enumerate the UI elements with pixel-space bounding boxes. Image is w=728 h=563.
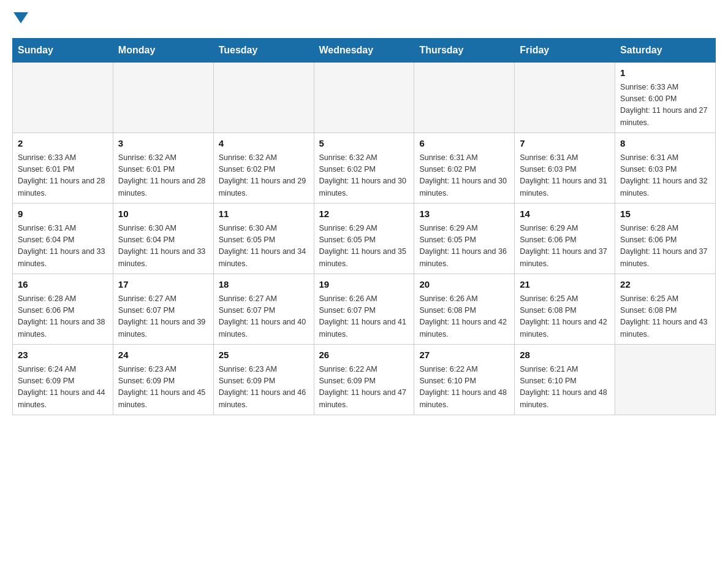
calendar-cell: 1Sunrise: 6:33 AM Sunset: 6:00 PM Daylig… xyxy=(615,63,716,133)
day-info: Sunrise: 6:30 AM Sunset: 6:05 PM Dayligh… xyxy=(219,223,309,270)
calendar-header-row: SundayMondayTuesdayWednesdayThursdayFrid… xyxy=(13,39,716,63)
calendar-cell: 12Sunrise: 6:29 AM Sunset: 6:05 PM Dayli… xyxy=(314,204,414,274)
day-number: 14 xyxy=(520,207,610,221)
day-number: 25 xyxy=(219,348,309,362)
day-info: Sunrise: 6:24 AM Sunset: 6:09 PM Dayligh… xyxy=(18,364,108,412)
calendar-cell xyxy=(414,63,515,133)
calendar-cell: 25Sunrise: 6:23 AM Sunset: 6:09 PM Dayli… xyxy=(213,345,314,415)
day-info: Sunrise: 6:26 AM Sunset: 6:08 PM Dayligh… xyxy=(419,293,509,341)
day-info: Sunrise: 6:22 AM Sunset: 6:09 PM Dayligh… xyxy=(319,364,409,412)
day-info: Sunrise: 6:30 AM Sunset: 6:04 PM Dayligh… xyxy=(118,223,208,270)
day-number: 18 xyxy=(219,278,309,292)
calendar-cell: 16Sunrise: 6:28 AM Sunset: 6:06 PM Dayli… xyxy=(13,274,113,345)
day-number: 26 xyxy=(319,348,409,362)
day-number: 15 xyxy=(620,207,710,221)
day-number: 11 xyxy=(219,207,309,221)
calendar-cell: 24Sunrise: 6:23 AM Sunset: 6:09 PM Dayli… xyxy=(113,345,213,415)
day-number: 12 xyxy=(319,207,409,221)
day-number: 6 xyxy=(419,137,509,151)
calendar-cell: 4Sunrise: 6:32 AM Sunset: 6:02 PM Daylig… xyxy=(213,133,314,204)
day-info: Sunrise: 6:25 AM Sunset: 6:08 PM Dayligh… xyxy=(520,293,610,341)
day-number: 21 xyxy=(520,278,610,292)
day-info: Sunrise: 6:28 AM Sunset: 6:06 PM Dayligh… xyxy=(620,223,710,270)
day-number: 22 xyxy=(620,278,710,292)
day-number: 9 xyxy=(18,207,108,221)
day-number: 28 xyxy=(520,348,610,362)
day-number: 23 xyxy=(18,348,108,362)
calendar-cell: 18Sunrise: 6:27 AM Sunset: 6:07 PM Dayli… xyxy=(213,274,314,345)
day-number: 4 xyxy=(219,137,309,151)
day-info: Sunrise: 6:27 AM Sunset: 6:07 PM Dayligh… xyxy=(118,293,208,341)
day-number: 5 xyxy=(319,137,409,151)
calendar-cell: 13Sunrise: 6:29 AM Sunset: 6:05 PM Dayli… xyxy=(414,204,515,274)
header-wednesday: Wednesday xyxy=(314,39,414,63)
calendar-cell: 9Sunrise: 6:31 AM Sunset: 6:04 PM Daylig… xyxy=(13,204,113,274)
calendar-cell: 28Sunrise: 6:21 AM Sunset: 6:10 PM Dayli… xyxy=(515,345,615,415)
page-header xyxy=(12,12,716,26)
calendar-cell: 27Sunrise: 6:22 AM Sunset: 6:10 PM Dayli… xyxy=(414,345,515,415)
day-info: Sunrise: 6:32 AM Sunset: 6:01 PM Dayligh… xyxy=(118,152,208,200)
day-number: 10 xyxy=(118,207,208,221)
day-info: Sunrise: 6:29 AM Sunset: 6:05 PM Dayligh… xyxy=(419,223,509,270)
day-info: Sunrise: 6:28 AM Sunset: 6:06 PM Dayligh… xyxy=(18,293,108,341)
calendar-cell: 5Sunrise: 6:32 AM Sunset: 6:02 PM Daylig… xyxy=(314,133,414,204)
day-number: 8 xyxy=(620,137,710,151)
day-number: 19 xyxy=(319,278,409,292)
calendar-cell xyxy=(213,63,314,133)
calendar-cell: 7Sunrise: 6:31 AM Sunset: 6:03 PM Daylig… xyxy=(515,133,615,204)
day-info: Sunrise: 6:25 AM Sunset: 6:08 PM Dayligh… xyxy=(620,293,710,341)
calendar-cell: 21Sunrise: 6:25 AM Sunset: 6:08 PM Dayli… xyxy=(515,274,615,345)
calendar-week-row: 23Sunrise: 6:24 AM Sunset: 6:09 PM Dayli… xyxy=(13,345,716,415)
calendar-week-row: 9Sunrise: 6:31 AM Sunset: 6:04 PM Daylig… xyxy=(13,204,716,274)
day-number: 16 xyxy=(18,278,108,292)
calendar-table: SundayMondayTuesdayWednesdayThursdayFrid… xyxy=(12,38,716,415)
calendar-cell: 26Sunrise: 6:22 AM Sunset: 6:09 PM Dayli… xyxy=(314,345,414,415)
day-number: 3 xyxy=(118,137,208,151)
calendar-cell: 20Sunrise: 6:26 AM Sunset: 6:08 PM Dayli… xyxy=(414,274,515,345)
day-number: 13 xyxy=(419,207,509,221)
calendar-cell: 15Sunrise: 6:28 AM Sunset: 6:06 PM Dayli… xyxy=(615,204,716,274)
day-number: 7 xyxy=(520,137,610,151)
calendar-cell: 11Sunrise: 6:30 AM Sunset: 6:05 PM Dayli… xyxy=(213,204,314,274)
day-info: Sunrise: 6:31 AM Sunset: 6:04 PM Dayligh… xyxy=(18,223,108,270)
header-friday: Friday xyxy=(515,39,615,63)
calendar-cell: 22Sunrise: 6:25 AM Sunset: 6:08 PM Dayli… xyxy=(615,274,716,345)
day-number: 27 xyxy=(419,348,509,362)
day-info: Sunrise: 6:29 AM Sunset: 6:05 PM Dayligh… xyxy=(319,223,409,270)
calendar-cell xyxy=(615,345,716,415)
day-info: Sunrise: 6:31 AM Sunset: 6:03 PM Dayligh… xyxy=(620,152,710,200)
day-info: Sunrise: 6:32 AM Sunset: 6:02 PM Dayligh… xyxy=(319,152,409,200)
day-info: Sunrise: 6:32 AM Sunset: 6:02 PM Dayligh… xyxy=(219,152,309,200)
header-sunday: Sunday xyxy=(13,39,113,63)
header-saturday: Saturday xyxy=(615,39,716,63)
calendar-cell: 17Sunrise: 6:27 AM Sunset: 6:07 PM Dayli… xyxy=(113,274,213,345)
day-info: Sunrise: 6:31 AM Sunset: 6:03 PM Dayligh… xyxy=(520,152,610,200)
calendar-cell: 3Sunrise: 6:32 AM Sunset: 6:01 PM Daylig… xyxy=(113,133,213,204)
header-tuesday: Tuesday xyxy=(213,39,314,63)
calendar-cell xyxy=(13,63,113,133)
header-monday: Monday xyxy=(113,39,213,63)
day-info: Sunrise: 6:29 AM Sunset: 6:06 PM Dayligh… xyxy=(520,223,610,270)
day-info: Sunrise: 6:31 AM Sunset: 6:02 PM Dayligh… xyxy=(419,152,509,200)
day-info: Sunrise: 6:26 AM Sunset: 6:07 PM Dayligh… xyxy=(319,293,409,341)
day-info: Sunrise: 6:23 AM Sunset: 6:09 PM Dayligh… xyxy=(118,364,208,412)
calendar-cell xyxy=(113,63,213,133)
header-thursday: Thursday xyxy=(414,39,515,63)
calendar-cell: 23Sunrise: 6:24 AM Sunset: 6:09 PM Dayli… xyxy=(13,345,113,415)
calendar-week-row: 2Sunrise: 6:33 AM Sunset: 6:01 PM Daylig… xyxy=(13,133,716,204)
day-info: Sunrise: 6:23 AM Sunset: 6:09 PM Dayligh… xyxy=(219,364,309,412)
day-number: 24 xyxy=(118,348,208,362)
calendar-cell: 19Sunrise: 6:26 AM Sunset: 6:07 PM Dayli… xyxy=(314,274,414,345)
calendar-week-row: 1Sunrise: 6:33 AM Sunset: 6:00 PM Daylig… xyxy=(13,63,716,133)
day-info: Sunrise: 6:33 AM Sunset: 6:01 PM Dayligh… xyxy=(18,152,108,200)
day-number: 20 xyxy=(419,278,509,292)
calendar-cell: 6Sunrise: 6:31 AM Sunset: 6:02 PM Daylig… xyxy=(414,133,515,204)
day-number: 1 xyxy=(620,66,710,80)
day-number: 2 xyxy=(18,137,108,151)
calendar-cell: 14Sunrise: 6:29 AM Sunset: 6:06 PM Dayli… xyxy=(515,204,615,274)
logo-triangle-icon xyxy=(13,12,28,23)
calendar-cell: 8Sunrise: 6:31 AM Sunset: 6:03 PM Daylig… xyxy=(615,133,716,204)
day-number: 17 xyxy=(118,278,208,292)
calendar-cell xyxy=(515,63,615,133)
day-info: Sunrise: 6:21 AM Sunset: 6:10 PM Dayligh… xyxy=(520,364,610,412)
